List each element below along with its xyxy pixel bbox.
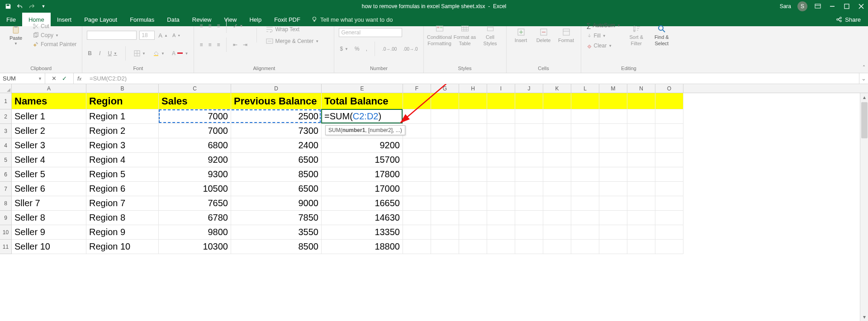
cell-E10[interactable]: 13350 [322,225,403,240]
align-left-icon[interactable]: ≡ [199,41,204,48]
wrap-text-button[interactable]: Wrap Text [265,26,320,33]
cell-L3[interactable] [571,124,599,138]
font-name-input[interactable] [87,31,137,40]
cell-A9[interactable]: Seller 8 [12,211,86,225]
sort-filter-button[interactable]: Sort &Filter [626,24,647,46]
cell-N5[interactable] [627,153,655,167]
cell-G1[interactable] [431,93,459,109]
row-header[interactable]: 8 [0,196,12,211]
cell-B11[interactable]: Region 10 [86,240,159,254]
cell-C9[interactable]: 6780 [159,211,231,225]
cell-I6[interactable] [487,167,515,182]
align-middle-icon[interactable]: ≡ [207,22,212,29]
cut-button[interactable]: Cut [32,23,77,30]
cell-I1[interactable] [487,93,515,109]
close-icon[interactable] [857,2,865,10]
cell-G3[interactable] [431,124,459,138]
tab-page-layout[interactable]: Page Layout [78,13,123,26]
formula-input[interactable]: =SUM(C2:D2) [85,73,859,84]
column-header-A[interactable]: A [12,84,86,93]
cell-N3[interactable] [627,124,655,138]
column-header-F[interactable]: F [403,84,431,93]
scroll-down-icon[interactable]: ▾ [860,313,868,321]
cell-D5[interactable]: 6500 [231,153,322,167]
align-top-icon[interactable]: ≡ [199,22,204,29]
cell-I9[interactable] [487,211,515,225]
cell-K2[interactable] [543,109,571,124]
cell-C2[interactable]: 7000 [159,109,231,124]
cell-B4[interactable]: Region 3 [86,138,159,153]
cell-H7[interactable] [459,182,487,196]
bold-button[interactable]: B [87,50,93,57]
cell-A4[interactable]: Seller 3 [12,138,86,153]
cell-J9[interactable] [515,211,543,225]
cell-K6[interactable] [543,167,571,182]
cell-D7[interactable]: 6500 [231,182,322,196]
cell-N7[interactable] [627,182,655,196]
enter-formula-icon[interactable]: ✓ [62,75,67,82]
cell-G6[interactable] [431,167,459,182]
undo-icon[interactable] [16,3,24,10]
cell-H8[interactable] [459,196,487,211]
cell-J8[interactable] [515,196,543,211]
cell-F6[interactable] [403,167,431,182]
cell-M6[interactable] [599,167,627,182]
cell-D11[interactable]: 8500 [231,240,322,254]
cell-styles-button[interactable]: CellStyles [479,24,502,46]
cell-O9[interactable] [655,211,683,225]
cell-N1[interactable] [627,93,655,109]
cell-C3[interactable]: 7000 [159,124,231,138]
cell-J11[interactable] [515,240,543,254]
column-header-I[interactable]: I [487,84,515,93]
cell-C6[interactable]: 9300 [159,167,231,182]
column-header-D[interactable]: D [231,84,322,93]
column-header-C[interactable]: C [159,84,231,93]
cell-L8[interactable] [571,196,599,211]
cell-C10[interactable]: 9800 [159,225,231,240]
cell-M5[interactable] [599,153,627,167]
tab-file[interactable]: File [0,13,22,26]
share-button[interactable]: Share [829,13,868,26]
cell-O6[interactable] [655,167,683,182]
cell-G2[interactable] [431,109,459,124]
collapse-ribbon-icon[interactable]: ˄ [863,65,865,71]
cell-H3[interactable] [459,124,487,138]
cell-M11[interactable] [599,240,627,254]
cancel-formula-icon[interactable]: ✕ [52,75,57,82]
cell-I10[interactable] [487,225,515,240]
cell-E9[interactable]: 14630 [322,211,403,225]
decrease-decimal-icon[interactable]: .00→.0 [402,46,418,52]
cell-D8[interactable]: 9000 [231,196,322,211]
cell-K4[interactable] [543,138,571,153]
cell-K8[interactable] [543,196,571,211]
column-header-H[interactable]: H [459,84,487,93]
autosum-button[interactable]: ∑AutoSum▼ [586,21,621,29]
row-header[interactable]: 5 [0,153,12,167]
redo-icon[interactable] [28,3,35,10]
cell-A3[interactable]: Seller 2 [12,124,86,138]
cell-I11[interactable] [487,240,515,254]
font-size-input[interactable] [139,31,155,40]
clear-button[interactable]: Clear▼ [586,42,621,49]
tab-data[interactable]: Data [161,13,185,26]
cell-C8[interactable]: 7650 [159,196,231,211]
user-avatar[interactable]: S [797,1,807,11]
cell-L1[interactable] [571,93,599,109]
cell-A6[interactable]: Seller 5 [12,167,86,182]
tab-foxit-pdf[interactable]: Foxit PDF [268,13,307,26]
cell-G9[interactable] [431,211,459,225]
cell-D3[interactable]: 7300 [231,124,322,138]
cell-F7[interactable] [403,182,431,196]
cell-B9[interactable]: Region 8 [86,211,159,225]
cell-E4[interactable]: 9200 [322,138,403,153]
orientation-icon[interactable]: ⤢ ▼ [232,22,244,29]
cell-A8[interactable]: Sller 7 [12,196,86,211]
cell-C5[interactable]: 9200 [159,153,231,167]
qat-customize-icon[interactable]: ▼ [40,3,47,10]
cell-H6[interactable] [459,167,487,182]
cell-I8[interactable] [487,196,515,211]
cell-G4[interactable] [431,138,459,153]
paste-button[interactable]: Paste ▼ [5,25,27,46]
cell-E11[interactable]: 18800 [322,240,403,254]
cell-K1[interactable] [543,93,571,109]
